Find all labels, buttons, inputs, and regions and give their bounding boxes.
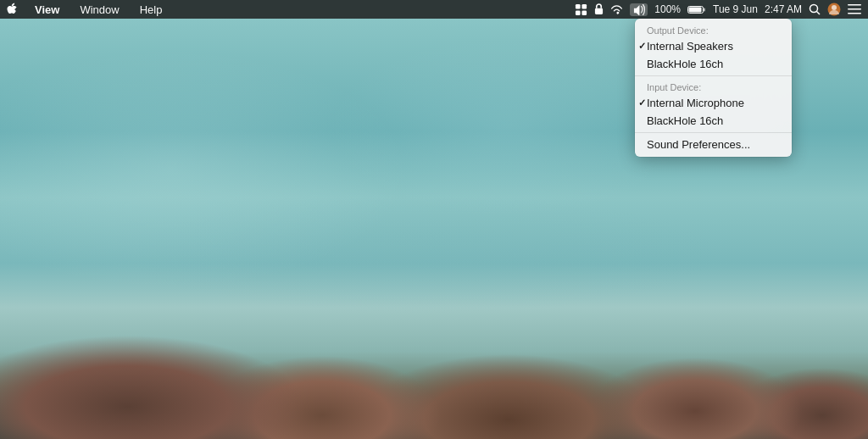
menu-divider-2 (635, 132, 792, 133)
svg-rect-4 (595, 8, 603, 14)
menubar-left: View Window Help (7, 3, 165, 16)
sound-preferences-label: Sound Preferences... (647, 138, 750, 151)
svg-rect-7 (689, 7, 702, 12)
svg-rect-2 (576, 10, 581, 15)
menubar-right: 100% Tue 9 Jun 2:47 AM (575, 3, 861, 16)
svg-point-11 (832, 5, 837, 10)
user-avatar[interactable] (827, 3, 841, 16)
lock-icon[interactable] (594, 3, 604, 15)
menubar-app-name[interactable]: View (31, 3, 63, 16)
wifi-icon[interactable] (610, 5, 623, 14)
check-internal-microphone: ✓ (638, 97, 646, 108)
output-blackhole-label: BlackHole 16ch (647, 58, 723, 70)
input-internal-microphone-label: Internal Microphone (647, 97, 744, 109)
menubar-window[interactable]: Window (76, 3, 122, 16)
svg-rect-12 (848, 4, 861, 6)
input-internal-microphone[interactable]: ✓ Internal Microphone (635, 94, 792, 112)
svg-rect-3 (582, 10, 587, 15)
controlcenter-icon[interactable] (575, 3, 587, 16)
volume-icon[interactable] (630, 3, 648, 16)
menuextras-icon[interactable] (848, 3, 861, 15)
svg-rect-6 (704, 8, 706, 11)
menubar-time: 2:47 AM (765, 3, 802, 15)
output-internal-speakers-label: Internal Speakers (647, 40, 733, 53)
svg-rect-14 (848, 13, 861, 14)
menubar: View Window Help (0, 0, 868, 19)
input-blackhole[interactable]: BlackHole 16ch (635, 112, 792, 130)
menu-divider-1 (635, 75, 792, 76)
battery-percent: 100% (654, 3, 681, 15)
check-internal-speakers: ✓ (638, 41, 646, 52)
battery-icon[interactable] (687, 5, 706, 14)
sound-preferences-button[interactable]: Sound Preferences... (635, 136, 792, 153)
sound-dropdown-menu: Output Device: ✓ Internal Speakers Black… (635, 19, 792, 157)
svg-point-8 (810, 5, 818, 13)
menubar-date: Tue 9 Jun (713, 3, 758, 15)
output-blackhole[interactable]: BlackHole 16ch (635, 55, 792, 73)
svg-rect-13 (848, 8, 861, 10)
search-icon[interactable] (809, 3, 821, 15)
apple-logo-icon[interactable] (7, 3, 18, 16)
output-internal-speakers[interactable]: ✓ Internal Speakers (635, 37, 792, 55)
svg-line-9 (817, 12, 821, 15)
svg-rect-1 (582, 3, 587, 8)
input-device-label: Input Device: (635, 79, 792, 94)
output-device-label: Output Device: (635, 22, 792, 37)
menubar-help[interactable]: Help (136, 3, 166, 16)
svg-rect-0 (576, 3, 581, 8)
input-blackhole-label: BlackHole 16ch (647, 114, 723, 127)
